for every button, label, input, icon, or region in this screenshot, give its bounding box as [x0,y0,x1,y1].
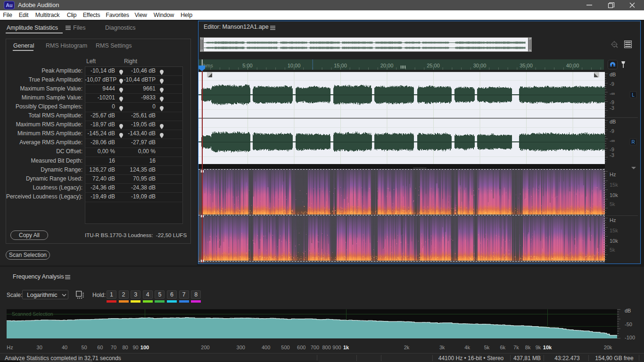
svg-text:Scanned Selection: Scanned Selection [12,311,53,317]
